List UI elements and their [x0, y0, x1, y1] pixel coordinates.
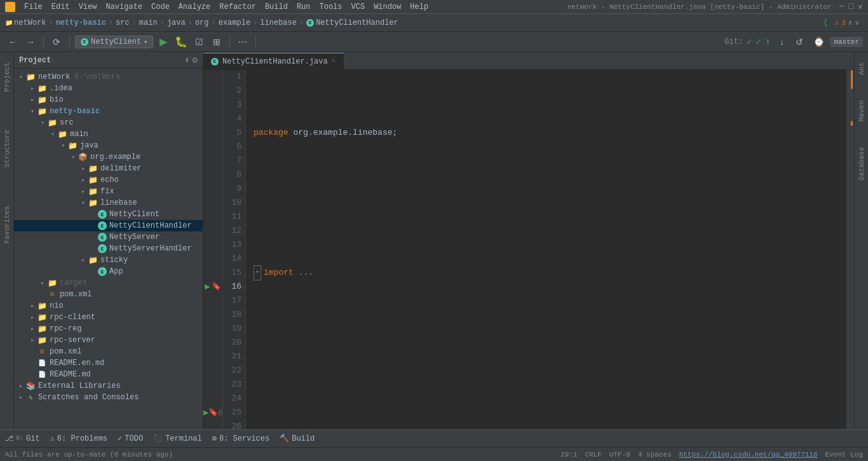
tree-item-sticky[interactable]: ▸ 📁 sticky: [14, 254, 203, 266]
sidebar-collapse-button[interactable]: ⬍: [184, 55, 189, 65]
git-bottom-item[interactable]: ⎇ 9: Git: [5, 434, 40, 443]
tree-item-echo[interactable]: ▸ 📁 echo: [14, 174, 203, 186]
line-ending[interactable]: CRLF: [585, 451, 602, 458]
menu-run[interactable]: Run: [293, 1, 315, 13]
tree-item-netty-basic[interactable]: ▾ 📁 netty-basic: [14, 106, 203, 117]
more-actions-button[interactable]: ⋯: [235, 34, 250, 50]
sidebar-settings-button[interactable]: ⚙: [193, 55, 198, 65]
tree-item-rpc-client[interactable]: ▸ 📁 rpc-client: [14, 312, 203, 323]
menu-refactor[interactable]: Refactor: [215, 1, 260, 13]
ant-tab[interactable]: Ant: [857, 57, 867, 80]
breadcrumb-java[interactable]: java: [167, 18, 186, 27]
navigate-back-icon[interactable]: ⟨: [823, 17, 828, 28]
profile-button[interactable]: ⊞: [209, 34, 224, 50]
breadcrumb-src[interactable]: src: [116, 18, 130, 27]
git-undo-button[interactable]: ↺: [792, 34, 807, 50]
maximize-button[interactable]: □: [848, 1, 853, 12]
problems-bottom-item[interactable]: ⚠ 6: Problems: [50, 434, 107, 443]
menu-help[interactable]: Help: [406, 1, 432, 13]
cursor-position[interactable]: 29:1: [560, 451, 577, 458]
project-tab[interactable]: Project: [2, 57, 12, 97]
menu-navigate[interactable]: Navigate: [102, 1, 146, 13]
menu-analyze[interactable]: Analyze: [175, 1, 214, 13]
breadcrumb-netty-basic[interactable]: netty-basic: [56, 18, 106, 27]
structure-tab[interactable]: Structure: [2, 125, 12, 172]
run-button[interactable]: ▶: [156, 34, 171, 50]
external-link[interactable]: https://blog.csdn.net/qq_40977118: [679, 451, 818, 458]
gutter-25-run[interactable]: ▶ 🔖 @: [203, 406, 222, 420]
services-bottom-item[interactable]: ⚙ 8: Services: [212, 434, 269, 443]
tree-item-java[interactable]: ▾ 📁 java: [14, 140, 203, 151]
tree-item-bio[interactable]: ▸ 📁 bio: [14, 94, 203, 106]
breadcrumb-org[interactable]: org: [195, 18, 209, 27]
navigate-forward-button[interactable]: →: [23, 34, 38, 50]
code-content[interactable]: package org.example.linebase; + import .…: [246, 70, 846, 429]
charset[interactable]: UTF-8: [609, 451, 630, 458]
tree-item-rpc-reg[interactable]: ▸ 📁 rpc-reg: [14, 323, 203, 334]
warning-indicator[interactable]: ⚠ 3 ∧ ∨: [831, 17, 863, 28]
minimize-button[interactable]: ─: [839, 1, 844, 12]
sync-button[interactable]: ⟳: [49, 34, 64, 50]
tree-item-target[interactable]: ▸ 📁 target: [14, 277, 203, 289]
fold-button-3[interactable]: +: [254, 265, 261, 280]
code-editor[interactable]: ▶ 🔖 ▶ 🔖 @: [203, 70, 854, 429]
favorites-tab[interactable]: Favorites: [2, 201, 12, 249]
tree-item-idea[interactable]: ▸ 📁 .idea: [14, 83, 203, 94]
git-update-button[interactable]: ↓: [774, 34, 789, 50]
database-tab[interactable]: Database: [857, 142, 867, 186]
coverage-button[interactable]: ☑: [191, 34, 207, 50]
tree-item-NettyClientHandler[interactable]: ▸ C NettyClientHandler: [14, 220, 203, 231]
menu-build[interactable]: Build: [261, 1, 292, 13]
tree-item-scratches[interactable]: ▸ ✎ Scratches and Consoles: [14, 392, 203, 403]
gutter-16-run[interactable]: ▶ 🔖: [203, 280, 222, 294]
tree-item-NettyClient[interactable]: ▸ C NettyClient: [14, 209, 203, 220]
tree-item-main[interactable]: ▾ 📁 main: [14, 128, 203, 140]
git-branch-badge[interactable]: master: [830, 37, 863, 47]
tree-item-nio[interactable]: ▸ 📁 nio: [14, 300, 203, 312]
tree-item-NettyServerHandler[interactable]: ▸ C NettyServerHandler: [14, 243, 203, 254]
tree-item-readme-en[interactable]: ▸ 📄 README.en.md: [14, 357, 203, 369]
terminal-bottom-item[interactable]: ⬛ Terminal: [153, 434, 202, 443]
menu-file[interactable]: File: [20, 1, 46, 13]
tree-item-netWork[interactable]: ▾ 📁 netWork E:\netWork: [14, 71, 203, 83]
event-log[interactable]: Event Log: [825, 451, 863, 458]
breadcrumb-handler[interactable]: C NettyClientHandler: [306, 18, 398, 27]
todo-bottom-item[interactable]: ✓ TODO: [118, 434, 143, 443]
breadcrumb-project[interactable]: 📁 netWork: [5, 18, 46, 27]
tree-item-NettyServer[interactable]: ▸ C NettyServer: [14, 231, 203, 243]
status-message: All files are up-to-date (6 minutes ago): [5, 451, 173, 458]
menu-vcs[interactable]: VCS: [348, 1, 369, 13]
menu-code[interactable]: Code: [147, 1, 173, 13]
class-icon: C: [306, 19, 314, 27]
tree-item-rpc-server[interactable]: ▸ 📁 rpc-server: [14, 334, 203, 346]
tab-close-button[interactable]: ×: [332, 58, 336, 65]
editor-tab-handler[interactable]: C NettyClientHandler.java ×: [203, 53, 344, 69]
menu-edit[interactable]: Edit: [48, 1, 74, 13]
tree-item-App[interactable]: ▸ C App: [14, 266, 203, 277]
breadcrumb-example[interactable]: example: [219, 18, 250, 27]
maven-tab[interactable]: Maven: [857, 95, 867, 127]
git-history-button[interactable]: ⌚: [811, 34, 826, 50]
navigate-back-button[interactable]: ←: [5, 34, 20, 50]
tree-item-org-example[interactable]: ▾ 📦 org.example: [14, 151, 203, 163]
tree-item-pom2[interactable]: ▸ m pom.xml: [14, 346, 203, 357]
breadcrumb-linebase[interactable]: linebase: [260, 18, 297, 27]
menu-window[interactable]: Window: [370, 1, 405, 13]
menu-tools[interactable]: Tools: [316, 1, 346, 13]
code-line-2: [254, 196, 846, 210]
tree-item-delimiter[interactable]: ▸ 📁 delimiter: [14, 163, 203, 174]
tree-item-pom[interactable]: ▸ m pom.xml: [14, 289, 203, 300]
build-bottom-item[interactable]: 🔨 Build: [280, 434, 315, 443]
tree-item-fix[interactable]: ▸ 📁 fix: [14, 186, 203, 197]
tree-item-ext-libs[interactable]: ▸ 📚 External Libraries: [14, 380, 203, 392]
debug-button[interactable]: 🐛: [173, 34, 189, 50]
run-config-dropdown[interactable]: C NettyClient ▾: [75, 36, 153, 48]
close-button[interactable]: ✕: [858, 1, 863, 12]
indent-setting[interactable]: 4 spaces: [638, 451, 672, 458]
tree-item-linebase[interactable]: ▾ 📁 linebase: [14, 197, 203, 209]
editor-scrollbar[interactable]: [846, 70, 854, 429]
menu-view[interactable]: View: [75, 1, 101, 13]
tree-item-readme[interactable]: ▸ 📄 README.md: [14, 369, 203, 380]
breadcrumb-main[interactable]: main: [139, 18, 158, 27]
tree-item-src[interactable]: ▾ 📁 src: [14, 117, 203, 128]
